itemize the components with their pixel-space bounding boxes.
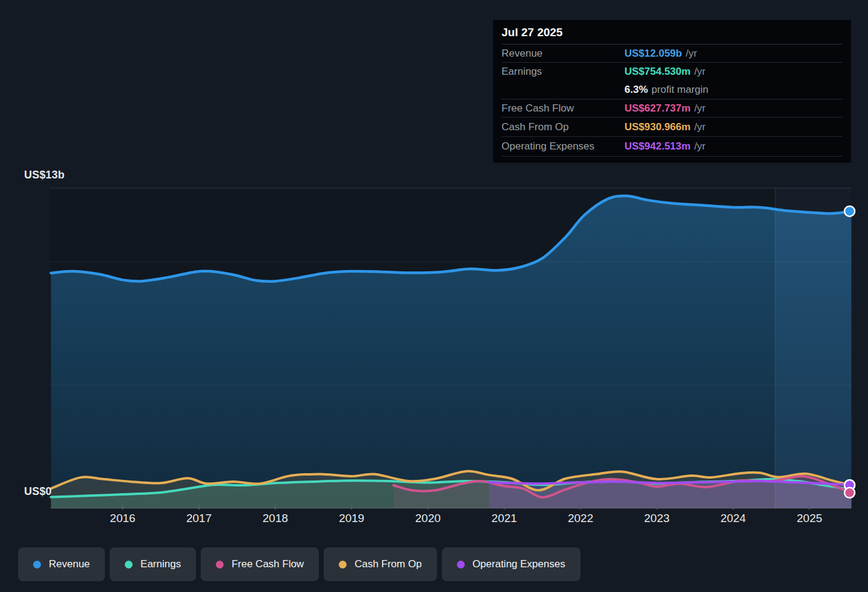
x-axis-label-2017: 2017 — [186, 512, 212, 525]
tooltip-suffix: /yr — [694, 102, 706, 115]
tooltip-row-earnings: Earnings US$754.530m /yr — [502, 63, 843, 80]
legend-item-operating-expenses[interactable]: Operating Expenses — [442, 547, 580, 581]
legend-item-free-cash-flow[interactable]: Free Cash Flow — [201, 547, 319, 581]
tooltip-label: Earnings — [502, 66, 624, 78]
tooltip-value: US$12.059b — [624, 48, 682, 60]
tooltip-suffix: /yr — [694, 66, 706, 78]
chart-tooltip: Jul 27 2025 Revenue US$12.059b /yr Earni… — [493, 20, 851, 163]
x-axis-label-2022: 2022 — [568, 512, 593, 525]
legend-item-cash-from-op[interactable]: Cash From Op — [324, 547, 436, 581]
earnings-dot-icon — [125, 561, 133, 568]
x-axis-label-2019: 2019 — [339, 512, 364, 525]
x-axis-label-2025: 2025 — [797, 512, 822, 525]
revenue-dot-icon — [33, 561, 41, 568]
tooltip-value: US$930.966m — [624, 121, 691, 133]
x-axis-label-2021: 2021 — [491, 512, 517, 525]
tooltip-label: Free Cash Flow — [502, 102, 624, 115]
tooltip-suffix: /yr — [694, 140, 706, 153]
tooltip-value: US$627.737m — [624, 102, 691, 115]
legend-label: Revenue — [49, 558, 90, 570]
x-axis-label-2023: 2023 — [644, 512, 670, 525]
tooltip-row-profit-margin: 6.3% profit margin — [502, 80, 843, 99]
tooltip-label: Revenue — [502, 48, 624, 60]
legend-label: Earnings — [140, 558, 181, 570]
legend-label: Operating Expenses — [473, 558, 565, 570]
tooltip-value: US$942.513m — [624, 140, 691, 153]
free-cash-flow-dot-icon — [216, 561, 224, 568]
legend-label: Cash From Op — [354, 558, 421, 570]
x-axis-label-2024: 2024 — [720, 512, 746, 525]
tooltip-label: Cash From Op — [502, 121, 624, 133]
tooltip-suffix: /yr — [685, 48, 697, 60]
chart-legend: Revenue Earnings Free Cash Flow Cash Fro… — [18, 547, 580, 581]
tooltip-date: Jul 27 2025 — [502, 20, 843, 45]
legend-item-earnings[interactable]: Earnings — [110, 547, 196, 581]
operating-expenses-dot-icon — [457, 561, 465, 568]
tooltip-row-revenue: Revenue US$12.059b /yr — [502, 45, 843, 63]
y-axis-label-top: US$13b — [24, 169, 64, 181]
tooltip-row-cash-from-op: Cash From Op US$930.966m /yr — [502, 118, 843, 137]
legend-item-revenue[interactable]: Revenue — [18, 547, 105, 581]
cash-from-op-dot-icon — [339, 561, 347, 568]
x-axis-label-2018: 2018 — [263, 512, 288, 525]
tooltip-suffix: /yr — [694, 121, 706, 133]
profit-margin-text: profit margin — [652, 84, 708, 96]
y-axis-label-zero: US$0 — [24, 485, 52, 498]
tooltip-label: Operating Expenses — [502, 140, 624, 153]
profit-margin-value: 6.3% — [624, 84, 648, 96]
tooltip-row-free-cash-flow: Free Cash Flow US$627.737m /yr — [502, 99, 843, 118]
x-axis-label-2020: 2020 — [415, 512, 441, 525]
legend-label: Free Cash Flow — [231, 558, 304, 570]
tooltip-row-operating-expenses: Operating Expenses US$942.513m /yr — [502, 137, 843, 157]
x-axis-label-2016: 2016 — [110, 512, 135, 525]
tooltip-value: US$754.530m — [624, 66, 691, 78]
